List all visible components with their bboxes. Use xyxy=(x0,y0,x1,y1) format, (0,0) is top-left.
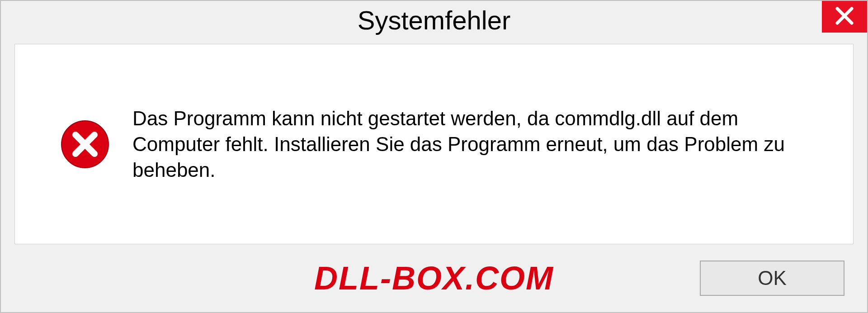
content-area: Das Programm kann nicht gestartet werden… xyxy=(14,44,854,244)
dialog-footer: DLL-BOX.COM OK xyxy=(1,253,867,312)
error-icon xyxy=(60,119,110,169)
watermark-text: DLL-BOX.COM xyxy=(314,260,554,297)
ok-button[interactable]: OK xyxy=(700,261,844,296)
close-button[interactable] xyxy=(822,1,867,33)
close-icon xyxy=(835,6,854,28)
error-dialog: Systemfehler Das Programm kann nicht ges… xyxy=(0,0,868,313)
error-message: Das Programm kann nicht gestartet werden… xyxy=(132,105,826,183)
titlebar: Systemfehler xyxy=(1,1,867,39)
dialog-title: Systemfehler xyxy=(358,5,510,35)
